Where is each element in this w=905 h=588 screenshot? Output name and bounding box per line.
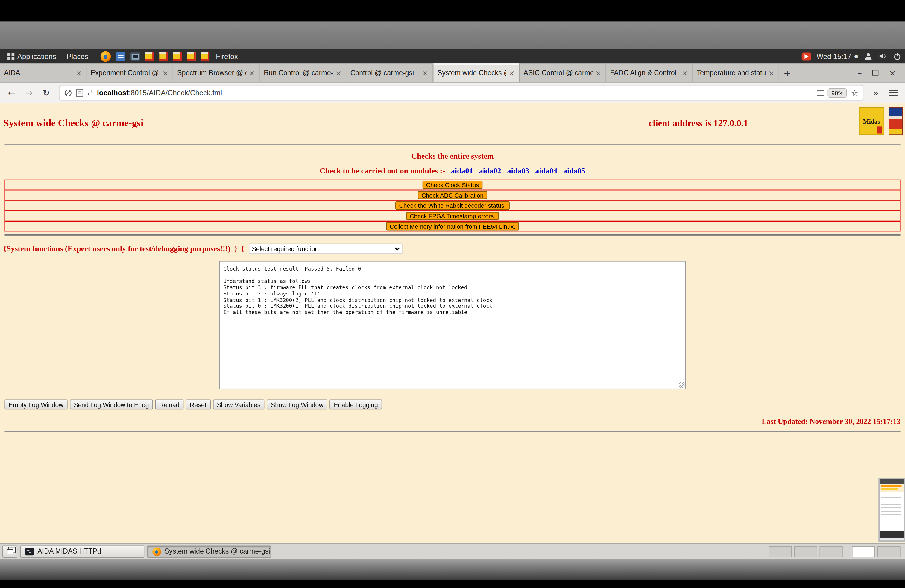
last-updated: Last Updated: November 30, 2022 15:17:13 — [0, 417, 900, 426]
check-fpga-timestamp-button[interactable]: Check FPGA Timestamp errors. — [406, 212, 499, 220]
workspace-5[interactable] — [877, 546, 900, 557]
terminal-window-icon[interactable] — [130, 52, 140, 60]
zoom-indicator[interactable]: 90% — [828, 88, 847, 97]
site-permissions-icon[interactable]: ⇄ — [87, 89, 93, 97]
firefox-navigation-bar: ← → ↻ ⇄ localhost:8015/AIDA/Check/Check.… — [0, 83, 905, 103]
taskbar-item-httpd[interactable]: AIDA MIDAS HTTPd — [20, 545, 144, 558]
url-host: localhost — [97, 89, 129, 97]
reload-button[interactable]: ↻ — [39, 86, 53, 99]
window-maximize-button[interactable] — [872, 70, 879, 75]
tab-close-icon[interactable]: × — [76, 68, 82, 77]
workspace-4-current[interactable] — [852, 546, 875, 557]
tab-close-icon[interactable]: × — [508, 68, 515, 77]
thumbnail-titlebar — [880, 479, 904, 484]
tracking-shield-icon[interactable] — [64, 89, 72, 97]
screenshot-root: Applications Places Firefox Wed 15:17 ● — [0, 0, 905, 588]
tab-close-icon[interactable]: × — [335, 68, 342, 77]
empty-log-window-button[interactable]: Empty Log Window — [5, 400, 67, 410]
url-bar[interactable]: ⇄ localhost:8015/AIDA/Check/Check.tml 90… — [59, 85, 864, 100]
logos: Midas — [859, 108, 903, 135]
user-status-icon[interactable] — [864, 52, 873, 61]
log-window[interactable]: Clock status test result: Passed 5, Fail… — [219, 261, 686, 389]
check-adc-calibration-button[interactable]: Check ADC Calibration — [418, 191, 487, 199]
tab-fadc-align[interactable]: FADC Align & Control @ × — [606, 64, 692, 82]
tab-aida[interactable]: AIDA × — [0, 64, 86, 82]
volume-icon[interactable] — [878, 52, 887, 61]
url-path: :8015/AIDA/Check/Check.tml — [129, 89, 222, 97]
midas-app-icon[interactable] — [201, 52, 210, 61]
tab-experiment-control[interactable]: Experiment Control @ ca × — [86, 64, 173, 82]
collect-memory-info-button[interactable]: Collect Memory information from FEE64 Li… — [386, 222, 519, 230]
tabbar-spacer — [795, 64, 849, 82]
show-variables-button[interactable]: Show Variables — [213, 400, 265, 410]
bookmark-star-icon[interactable]: ☆ — [851, 88, 858, 97]
function-select[interactable]: Select required function — [249, 244, 403, 254]
reset-button[interactable]: Reset — [186, 400, 210, 410]
module-link-aida01[interactable]: aida01 — [451, 166, 473, 175]
taskbar-item-firefox[interactable]: System wide Checks @ carme-gsi ... — [147, 545, 272, 558]
show-desktop-button[interactable] — [2, 545, 17, 558]
enable-logging-button[interactable]: Enable Logging — [330, 400, 382, 410]
tab-run-control[interactable]: Run Control @ carme-gs × — [260, 64, 346, 82]
tab-close-icon[interactable]: × — [768, 68, 775, 77]
desktop-background-top — [0, 21, 905, 49]
desktop-background-bottom — [0, 559, 905, 580]
midas-app-icon[interactable] — [173, 52, 182, 61]
active-app-name[interactable]: Firefox — [212, 49, 242, 64]
power-icon[interactable] — [893, 52, 902, 61]
overflow-chevron-icon[interactable]: » — [869, 86, 883, 99]
tab-close-icon[interactable]: × — [595, 68, 602, 77]
tab-close-icon[interactable]: × — [249, 68, 255, 77]
tab-control[interactable]: Control @ carme-gsi × — [346, 64, 433, 82]
module-link-aida04[interactable]: aida04 — [535, 166, 557, 175]
check-white-rabbit-button[interactable]: Check the White Rabbit decoder status. — [395, 202, 510, 210]
workspace-3[interactable] — [820, 546, 843, 557]
module-link-aida02[interactable]: aida02 — [479, 166, 501, 175]
midas-app-icon[interactable] — [187, 52, 196, 61]
show-log-window-button[interactable]: Show Log Window — [267, 400, 328, 410]
midas-app-icon[interactable] — [145, 52, 154, 61]
window-minimize-button[interactable]: – — [858, 68, 862, 78]
window-preview-thumbnail[interactable] — [878, 478, 905, 542]
page-info-icon[interactable] — [76, 89, 83, 97]
midas-app-icon[interactable] — [159, 52, 168, 61]
tab-temperature-status[interactable]: Temperature and status × — [692, 64, 779, 82]
applications-menu[interactable]: Applications — [3, 49, 60, 64]
window-restore-icon — [6, 549, 13, 554]
screen: Applications Places Firefox Wed 15:17 ● — [0, 0, 905, 588]
firefox-icon[interactable] — [100, 51, 111, 62]
module-link-aida05[interactable]: aida05 — [563, 166, 585, 175]
tab-close-icon[interactable]: × — [422, 68, 428, 77]
back-button[interactable]: ← — [5, 86, 18, 99]
sharing-indicator-icon[interactable] — [802, 52, 811, 60]
new-tab-button[interactable]: + — [779, 64, 795, 82]
check-row: Check ADC Calibration — [5, 190, 900, 200]
workspace-2[interactable] — [794, 546, 817, 557]
reader-mode-icon[interactable] — [818, 90, 824, 95]
workspace-1[interactable] — [769, 546, 792, 557]
files-icon[interactable] — [116, 52, 125, 61]
places-menu[interactable]: Places — [62, 49, 92, 64]
tab-spectrum-browser[interactable]: Spectrum Browser @ ca × — [173, 64, 260, 82]
tab-close-icon[interactable]: × — [682, 68, 688, 77]
send-log-to-elog-button[interactable]: Send Log Window to ELog — [70, 400, 153, 410]
module-link-aida03[interactable]: aida03 — [507, 166, 529, 175]
system-functions-label: {System functions (Expert users only for… — [3, 244, 245, 254]
modules-prefix: Check to be carried out on modules :- — [320, 166, 445, 175]
applications-label: Applications — [17, 52, 56, 60]
system-functions-row: {System functions (Expert users only for… — [3, 244, 905, 254]
log-action-buttons: Empty Log Window Send Log Window to ELog… — [5, 400, 905, 410]
firefox-tab-bar: AIDA × Experiment Control @ ca × Spectru… — [0, 64, 905, 83]
tab-close-icon[interactable]: × — [162, 68, 168, 77]
check-clock-status-button[interactable]: Check Clock Status — [422, 181, 483, 189]
resize-handle[interactable] — [679, 382, 684, 388]
forward-button[interactable]: → — [22, 86, 36, 99]
menu-hamburger-icon[interactable] — [886, 86, 900, 99]
tab-system-wide-checks[interactable]: System wide Checks @ × — [433, 64, 519, 82]
thumbnail-body — [880, 492, 904, 531]
window-close-button[interactable]: × — [889, 68, 896, 78]
tab-asic-control[interactable]: ASIC Control @ carme-g × — [519, 64, 606, 82]
panel-clock[interactable]: Wed 15:17 ● — [817, 52, 858, 60]
page-subtitle: Checks the entire system — [0, 152, 905, 161]
reload-page-button[interactable]: Reload — [155, 400, 183, 410]
